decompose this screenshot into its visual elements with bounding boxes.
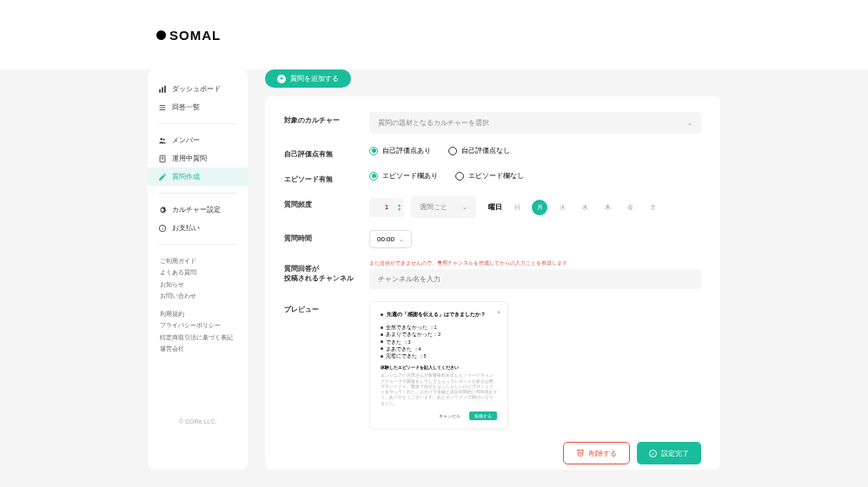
link-terms[interactable]: 利用規約 (160, 308, 235, 319)
day-wed[interactable]: 水 (577, 200, 593, 215)
sidebar-item-label: ダッシュボード (172, 84, 221, 94)
delete-button[interactable]: 削除する (563, 442, 630, 464)
episode-yes-radio[interactable]: エピソード欄あり (369, 171, 438, 181)
sidebar-item-label: 質問作成 (172, 172, 200, 181)
sidebar-legal-links: 利用規約 プライバシーポリシー 特定商取引法に基づく表記 運営会社 (148, 305, 248, 358)
confirm-button[interactable]: ✓ 設定完了 (637, 442, 701, 464)
sidebar-item-answers[interactable]: 回答一覧 (148, 98, 248, 116)
svg-rect-0 (159, 89, 161, 93)
self-eval-no-radio[interactable]: 自己評価点なし (448, 146, 510, 155)
list-icon (158, 103, 167, 112)
sidebar-item-label: メンバー (172, 135, 200, 145)
doc-icon (158, 155, 167, 163)
check-circle-icon: ✓ (649, 450, 657, 457)
sidebar-item-active-questions[interactable]: 運用中質問 (148, 149, 248, 168)
day-sun[interactable]: 日 (509, 200, 525, 215)
add-button-label: 質問を追加する (290, 74, 339, 83)
culture-label: 対象のカルチャー (284, 112, 354, 125)
link-guide[interactable]: ご利用ガイド (160, 255, 235, 267)
sidebar-item-label: カルチャー設定 (172, 205, 221, 214)
link-contact[interactable]: お問い合わせ (160, 290, 235, 301)
channel-label: 質問回答が 投稿されるチャンネル (284, 260, 354, 283)
svg-point-6 (161, 138, 163, 141)
sidebar-help-links: ご利用ガイド よくある質問 お知らせ お問い合わせ (148, 252, 248, 305)
link-commerce-law[interactable]: 特定商取引法に基づく表記 (160, 332, 235, 343)
time-select[interactable]: 00:00 ⌄ (369, 230, 412, 248)
frequency-unit-select[interactable]: 週間ごと ⌄ (411, 196, 476, 218)
svg-rect-1 (162, 87, 163, 92)
info-icon (158, 224, 167, 233)
link-news[interactable]: お知らせ (160, 279, 235, 290)
day-thu[interactable]: 木 (600, 200, 615, 215)
brand-logo: SOMAL (156, 28, 221, 43)
sidebar-item-label: 運用中質問 (172, 154, 207, 163)
preview-submit-button[interactable]: 投稿する (469, 411, 497, 420)
link-company[interactable]: 運営会社 (160, 343, 235, 354)
sidebar-item-label: お支払い (172, 223, 200, 233)
frequency-count-input[interactable]: 1 ▲ ▼ (369, 198, 404, 217)
close-icon[interactable]: × (497, 309, 500, 315)
channel-input[interactable] (369, 269, 701, 289)
gear-icon (158, 206, 167, 214)
weekday-label: 曜日 (488, 202, 502, 212)
link-faq[interactable]: よくある質問 (160, 267, 235, 278)
trash-icon (576, 448, 585, 458)
preview-body: エンジニアの吉田さんが改善依頼を出した！マーケティンググループで調査をしてしても… (381, 373, 497, 406)
preview-label: プレビュー (284, 301, 354, 314)
self-eval-label: 自己評価点有無 (284, 146, 354, 159)
link-privacy[interactable]: プライバシーポリシー (160, 319, 235, 331)
sidebar-item-culture-settings[interactable]: カルチャー設定 (148, 201, 248, 219)
sidebar-item-members[interactable]: メンバー (148, 131, 248, 149)
sidebar-item-payment[interactable]: お支払い (148, 219, 248, 237)
day-tue[interactable]: 火 (554, 200, 570, 215)
time-label: 質問時間 (284, 230, 354, 243)
add-question-button[interactable]: + 質問を追加する (265, 69, 351, 88)
chart-icon (158, 85, 167, 94)
sidebar-item-create-question[interactable]: 質問作成 (148, 168, 248, 186)
sidebar: ダッシュボード 回答一覧 メンバー 運用中質問 質問作成 カルチャー設定 お支払… (148, 69, 248, 470)
bullet-icon (381, 313, 383, 316)
plus-icon: + (277, 75, 286, 83)
chevron-down-icon: ⌄ (399, 236, 404, 243)
radio-checked-icon (369, 147, 378, 155)
sidebar-item-dashboard[interactable]: ダッシュボード (148, 80, 248, 98)
main-content: + 質問を追加する 対象のカルチャー 質問の題材となるカルチャーを選択 ⌄ 自己… (265, 69, 720, 470)
chevron-down-icon: ⌄ (687, 120, 692, 127)
sidebar-item-label: 回答一覧 (172, 102, 200, 112)
brand-text: SOMAL (169, 28, 221, 43)
episode-no-radio[interactable]: エピソード欄なし (455, 171, 524, 181)
day-mon[interactable]: 月 (532, 200, 547, 215)
chevron-down-icon: ⌄ (462, 204, 467, 211)
radio-unchecked-icon (455, 172, 464, 181)
logo-dot-icon (156, 30, 166, 40)
culture-select[interactable]: 質問の題材となるカルチャーを選択 ⌄ (369, 112, 701, 134)
day-sat[interactable]: 土 (645, 200, 660, 215)
self-eval-yes-radio[interactable]: 自己評価点あり (369, 146, 431, 155)
preview-episode-prompt: 体験したエピソードを記入してください (381, 365, 497, 370)
channel-warning: まだ送信ができませんので、専用チャンネルを作成してからの入力ことを推奨します (369, 260, 701, 267)
spinner-down-icon[interactable]: ▼ (397, 207, 401, 212)
svg-rect-2 (164, 85, 166, 92)
culture-placeholder: 質問の題材となるカルチャーを選択 (378, 118, 489, 128)
pencil-icon (158, 173, 167, 181)
svg-point-7 (163, 138, 165, 140)
preview-options: 全然できなかった ：1 あまりできなかった：2 できた ：3 まあできた ：4 … (381, 324, 497, 359)
preview-title-text: 先週の「感謝を伝える」はできましたか？ (387, 311, 486, 319)
members-icon (158, 136, 167, 145)
header: SOMAL (0, 0, 868, 69)
copyright: © CORe LLC. (148, 418, 248, 424)
question-form-card: 対象のカルチャー 質問の題材となるカルチャーを選択 ⌄ 自己評価点有無 自己評価… (265, 96, 720, 470)
day-fri[interactable]: 金 (622, 200, 638, 215)
frequency-label: 質問頻度 (284, 196, 354, 209)
preview-box: × 先週の「感謝を伝える」はできましたか？ 全然できなかった ：1 あまりできな… (369, 301, 508, 430)
radio-unchecked-icon (448, 147, 457, 155)
radio-checked-icon (369, 172, 378, 181)
preview-cancel-button[interactable]: キャンセル (434, 411, 466, 420)
episode-label: エピソード有無 (284, 171, 354, 184)
